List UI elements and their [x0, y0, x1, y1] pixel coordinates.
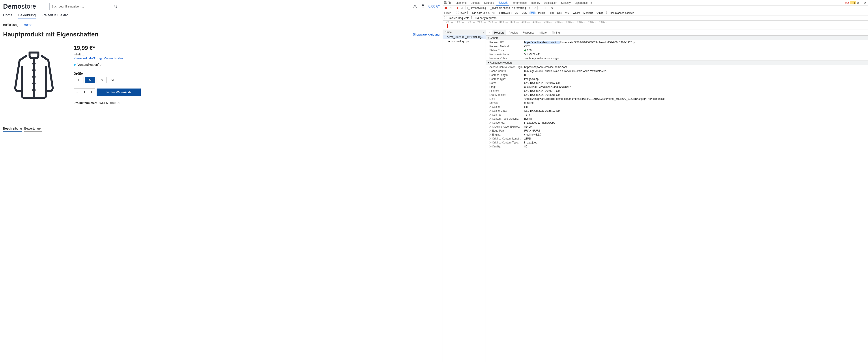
tab-reviews[interactable]: Bewertungen: [24, 127, 42, 132]
request-list-header[interactable]: Name ▾: [443, 30, 486, 35]
qty-input[interactable]: [81, 90, 88, 94]
clear-icon[interactable]: ⊘: [449, 6, 452, 9]
free-shipping: Versandkostenfrei: [74, 63, 439, 66]
hide-data-urls-checkbox[interactable]: Hide data URLs: [467, 11, 490, 15]
chip-other[interactable]: Other: [595, 11, 604, 15]
error-badge[interactable]: ⊗2: [844, 1, 850, 4]
size-option-l[interactable]: L: [74, 77, 84, 83]
nav-leisure[interactable]: Freizeit & Elektro: [41, 13, 68, 19]
filter-icon[interactable]: ▼: [456, 6, 459, 9]
chip-fetch[interactable]: Fetch/XHR: [498, 11, 513, 15]
tab-sources[interactable]: Sources: [482, 0, 496, 5]
record-icon[interactable]: [444, 6, 447, 9]
svg-line-13: [463, 8, 463, 9]
response-header-row: X-Edge-Pop:FRANKFURT: [486, 129, 868, 133]
account-icon[interactable]: [413, 4, 417, 9]
chip-media[interactable]: Media: [537, 11, 546, 15]
nav-home[interactable]: Home: [3, 13, 12, 19]
header-right: 0,00 €*: [413, 4, 440, 9]
detail-tab-initiator[interactable]: Initiator: [537, 30, 549, 35]
device-icon[interactable]: [448, 1, 451, 4]
search-input[interactable]: [51, 5, 113, 8]
chip-wasm[interactable]: Wasm: [571, 11, 581, 15]
more-tabs-icon[interactable]: »: [590, 1, 593, 4]
detail-tab-timing[interactable]: Timing: [550, 30, 562, 35]
chip-img[interactable]: Img: [529, 11, 536, 15]
blocked-cookies-checkbox[interactable]: Has blocked cookies: [606, 11, 634, 15]
chevron-down-icon[interactable]: ▾: [483, 31, 484, 34]
cart-icon[interactable]: [421, 4, 425, 9]
wifi-icon[interactable]: [533, 6, 536, 9]
timeline-tick: 3500 ms: [509, 21, 520, 30]
response-header-row: Content-Type:image/webp: [486, 77, 868, 81]
network-timeline[interactable]: 500 ms1000 ms1500 ms2000 ms2500 ms3000 m…: [443, 21, 868, 30]
inspect-icon[interactable]: [444, 1, 447, 4]
detail-tab-headers[interactable]: Headers: [492, 30, 506, 35]
chip-ws[interactable]: WS: [564, 11, 571, 15]
chip-font[interactable]: Font: [547, 11, 555, 15]
chip-manifest[interactable]: Manifest: [582, 11, 594, 15]
tab-network[interactable]: Network: [496, 0, 509, 5]
product-body: 19,99 €* Inhalt: 1 Preise inkl. MwSt. zz…: [3, 45, 439, 105]
svg-point-8: [33, 89, 35, 91]
disable-cache-checkbox[interactable]: Disable cache: [490, 6, 510, 9]
breadcrumb-sub[interactable]: Herren: [24, 23, 33, 27]
third-party-checkbox[interactable]: 3rd-party requests: [471, 16, 496, 20]
search-box[interactable]: [50, 3, 120, 10]
invert-checkbox[interactable]: Invert: [456, 11, 466, 15]
tab-security[interactable]: Security: [559, 0, 572, 5]
filter-input[interactable]: [444, 11, 455, 15]
qty-decrease-button[interactable]: −: [74, 89, 81, 96]
chevron-down-icon[interactable]: ▾: [528, 6, 531, 9]
cart-total[interactable]: 0,00 €*: [429, 4, 440, 8]
logo-thin: store: [21, 3, 36, 10]
divider: [605, 11, 606, 14]
upload-icon[interactable]: ⭡: [539, 6, 542, 9]
request-row[interactable]: hemd_600x600_1920x1920.jpg: [443, 35, 486, 39]
close-detail-icon[interactable]: ✕: [487, 31, 492, 34]
detail-tab-preview[interactable]: Preview: [507, 30, 520, 35]
tab-console[interactable]: Console: [469, 0, 482, 5]
close-icon[interactable]: ✕: [864, 1, 867, 4]
qty-increase-button[interactable]: +: [88, 89, 95, 96]
size-option-s[interactable]: S: [97, 77, 107, 83]
request-detail: ✕ Headers Preview Response Initiator Tim…: [486, 30, 868, 362]
store-logo[interactable]: Demostore: [3, 3, 36, 10]
tab-description[interactable]: Beschreibung: [3, 127, 22, 132]
tax-info-link[interactable]: Preise inkl. MwSt. zzgl. Versandkosten: [74, 56, 439, 60]
breadcrumb: Bekleidung › Herren: [3, 23, 439, 27]
section-general[interactable]: ▾ General: [486, 35, 868, 40]
product-title: Hauptprodukt mit Eigenschaften: [3, 31, 98, 38]
tab-performance[interactable]: Performance: [509, 0, 528, 5]
tab-application[interactable]: Application: [542, 0, 559, 5]
search-icon[interactable]: [113, 4, 118, 9]
preserve-log-checkbox[interactable]: Preserve log: [467, 6, 486, 9]
svg-point-2: [414, 5, 416, 6]
chip-js[interactable]: JS: [514, 11, 519, 15]
warning-badge[interactable]: ▏1: [850, 1, 856, 4]
product-brand[interactable]: Shopware Kleidung: [413, 33, 439, 36]
size-options: L M S XL: [74, 77, 439, 83]
product-image[interactable]: [3, 45, 65, 105]
add-to-cart-button[interactable]: In den Warenkorb: [97, 88, 141, 96]
nav-clothing[interactable]: Bekleidung: [18, 13, 36, 19]
detail-tab-response[interactable]: Response: [521, 30, 536, 35]
gear-icon[interactable]: ⚙: [551, 6, 554, 9]
size-option-xl[interactable]: XL: [108, 77, 118, 83]
chip-css[interactable]: CSS: [520, 11, 528, 15]
download-icon[interactable]: ⭣: [544, 6, 547, 9]
tab-memory[interactable]: Memory: [529, 0, 542, 5]
throttling-select[interactable]: No throttling: [512, 6, 526, 9]
settings-icon[interactable]: ⚙: [857, 1, 860, 4]
chip-doc[interactable]: Doc: [556, 11, 563, 15]
size-option-m[interactable]: M: [85, 77, 95, 83]
tab-elements[interactable]: Elements: [454, 0, 468, 5]
request-row[interactable]: demostore-logo.png: [443, 39, 486, 44]
search-icon[interactable]: [461, 6, 464, 9]
section-response-headers[interactable]: ▾ Response Headers: [486, 60, 868, 65]
kebab-icon[interactable]: ⋮: [860, 1, 863, 4]
breadcrumb-category[interactable]: Bekleidung: [3, 23, 18, 27]
tab-lighthouse[interactable]: Lighthouse: [573, 0, 589, 5]
blocked-requests-checkbox[interactable]: Blocked Requests: [444, 16, 469, 20]
chip-all[interactable]: All: [491, 11, 496, 15]
